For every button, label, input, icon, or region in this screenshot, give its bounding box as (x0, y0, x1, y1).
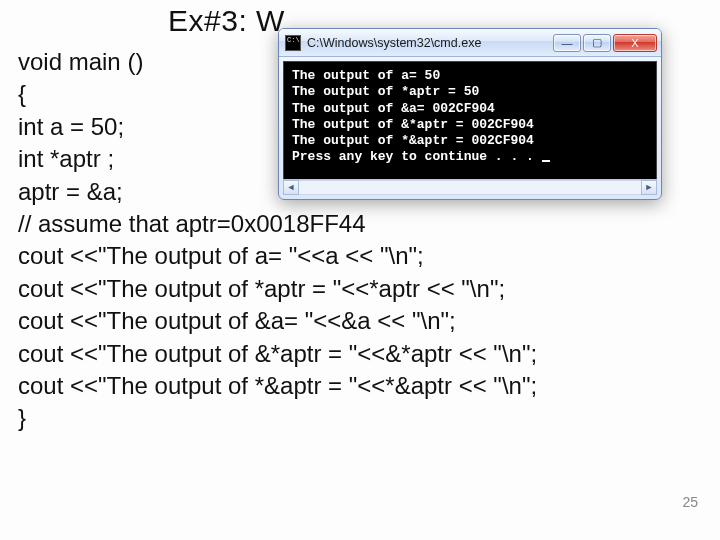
window-title: C:\Windows\system32\cmd.exe (307, 36, 553, 50)
window-buttons: — ▢ X (553, 34, 657, 52)
window-titlebar[interactable]: C:\Windows\system32\cmd.exe — ▢ X (279, 29, 661, 57)
scroll-right-button[interactable]: ► (641, 180, 657, 195)
terminal-output: The output of a= 50 The output of *aptr … (292, 68, 648, 166)
cmd-icon (285, 35, 301, 51)
close-button[interactable]: X (613, 34, 657, 52)
scroll-left-button[interactable]: ◄ (283, 180, 299, 195)
page-number: 25 (682, 494, 698, 510)
minimize-button[interactable]: — (553, 34, 581, 52)
terminal-cursor (542, 160, 550, 162)
maximize-button[interactable]: ▢ (583, 34, 611, 52)
cmd-window: C:\Windows\system32\cmd.exe — ▢ X The ou… (278, 28, 662, 200)
scroll-track[interactable] (299, 180, 641, 195)
terminal-body: The output of a= 50 The output of *aptr … (283, 61, 657, 195)
slide: Ex#3: W void main () { int a = 50; int *… (0, 0, 720, 540)
horizontal-scrollbar[interactable]: ◄ ► (283, 179, 657, 195)
